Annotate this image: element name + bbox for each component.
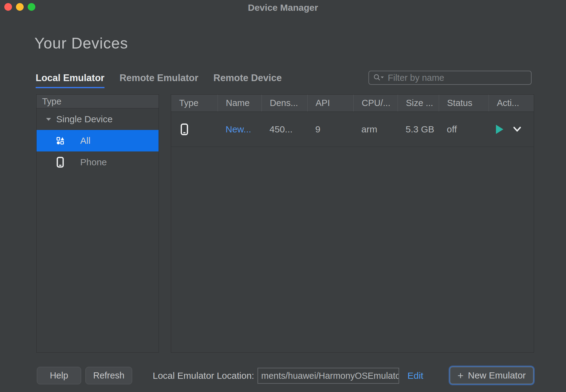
play-button[interactable]: [495, 124, 504, 135]
help-button[interactable]: Help: [37, 367, 81, 384]
category-shapes-icon: [56, 135, 65, 146]
collapse-arrow-icon[interactable]: [45, 116, 52, 123]
column-header-size[interactable]: Size ...: [398, 95, 439, 112]
emulator-location-field[interactable]: ments/huawei/HarmonyOSEmulator: [257, 368, 399, 384]
device-name-link[interactable]: New...: [218, 124, 261, 135]
device-table: Type Name Dens... API CPU/... Size ... S…: [171, 94, 534, 353]
device-source-tabs: Local Emulator Remote Emulator Remote De…: [36, 73, 282, 88]
search-icon: [373, 73, 384, 82]
device-actions-cell: [489, 124, 534, 135]
sidebar-item-label: All: [80, 135, 90, 146]
window-title: Device Manager: [0, 0, 566, 17]
device-cpu-cell: arm: [353, 124, 398, 135]
table-header-row: Type Name Dens... API CPU/... Size ... S…: [171, 95, 534, 112]
sidebar-item-phone[interactable]: Phone: [37, 151, 159, 173]
column-header-api[interactable]: API: [307, 95, 353, 112]
column-header-type[interactable]: Type: [171, 95, 218, 112]
new-emulator-label: New Emulator: [468, 370, 526, 381]
page-title: Your Devices: [34, 34, 128, 52]
device-density-cell: 450...: [261, 124, 307, 135]
type-sidebar: Type Single Device All Phone: [36, 94, 159, 353]
plus-icon: +: [458, 371, 464, 380]
column-header-actions[interactable]: Acti...: [489, 95, 534, 112]
emulator-location-label: Local Emulator Location:: [153, 367, 254, 384]
refresh-button[interactable]: Refresh: [85, 367, 132, 384]
filter-input[interactable]: Filter by name: [368, 71, 532, 85]
device-size-cell: 5.3 GB: [398, 124, 439, 135]
column-header-cpu[interactable]: CPU/...: [353, 95, 398, 112]
device-api-cell: 9: [307, 124, 353, 135]
device-type-cell: [171, 123, 218, 135]
tab-local-emulator[interactable]: Local Emulator: [36, 73, 104, 88]
phone-icon: [56, 157, 65, 168]
phone-icon: [180, 123, 218, 135]
sidebar-item-label: Phone: [80, 157, 107, 167]
tree-group-single-device[interactable]: Single Device: [37, 108, 159, 130]
sidebar-item-all[interactable]: All: [37, 130, 159, 151]
chevron-down-icon[interactable]: [513, 126, 522, 133]
tree-group-label: Single Device: [56, 114, 112, 124]
title-bar: Device Manager: [0, 0, 566, 17]
column-header-name[interactable]: Name: [218, 95, 261, 112]
column-header-status[interactable]: Status: [439, 95, 489, 112]
device-table-row[interactable]: New... 450... 9 arm 5.3 GB off: [171, 112, 534, 147]
tab-remote-device[interactable]: Remote Device: [214, 73, 282, 88]
column-header-density[interactable]: Dens...: [261, 95, 307, 112]
sidebar-header: Type: [37, 95, 159, 108]
tab-remote-emulator[interactable]: Remote Emulator: [120, 73, 198, 88]
new-emulator-button[interactable]: + New Emulator: [450, 367, 533, 384]
edit-location-link[interactable]: Edit: [407, 367, 423, 384]
device-status-cell: off: [439, 124, 489, 135]
filter-placeholder: Filter by name: [388, 73, 444, 83]
